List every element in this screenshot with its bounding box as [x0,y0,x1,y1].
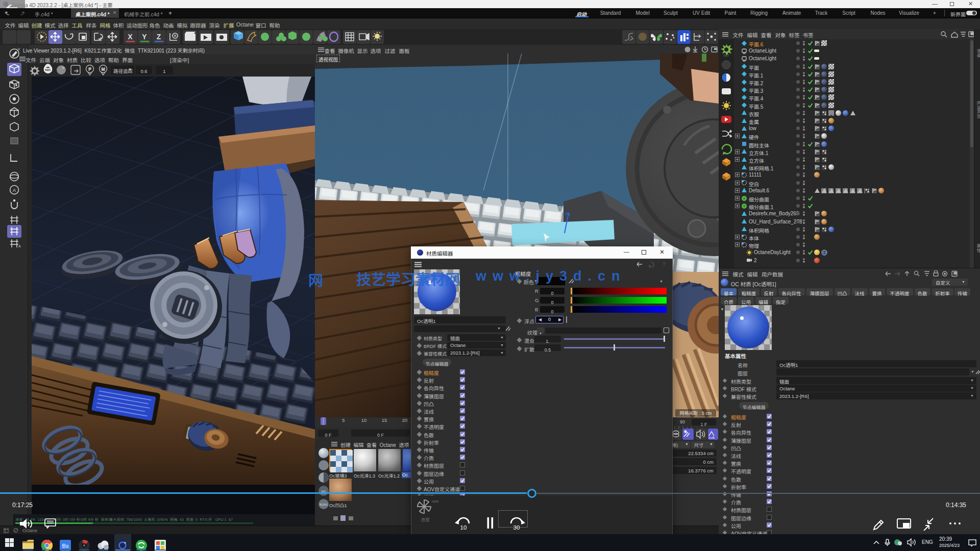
svg-text:F: F [89,67,91,71]
svg-text:网格间距 : 5 cm: 网格间距 : 5 cm [679,411,712,416]
svg-text:30: 30 [513,524,520,531]
svg-text:OCT: OCT [724,54,729,57]
svg-text:A: A [18,244,21,248]
svg-text:20: 20 [402,417,408,423]
svg-text:K921: K921 [45,69,51,71]
svg-text:10: 10 [361,417,367,423]
svg-text:X: X [128,33,133,41]
svg-text:M: M [102,67,105,71]
svg-text:5: 5 [342,417,345,423]
svg-text:Z: Z [157,33,161,41]
svg-text:10: 10 [460,524,467,531]
svg-text:Y: Y [142,33,147,41]
svg-text:Bs: Bs [62,543,69,549]
svg-text:A: A [13,188,16,193]
svg-text:A+B: A+B [708,436,715,439]
svg-text:?: ? [663,262,666,267]
svg-text:15: 15 [382,417,387,423]
svg-text:BLEND: BLEND [320,504,328,506]
